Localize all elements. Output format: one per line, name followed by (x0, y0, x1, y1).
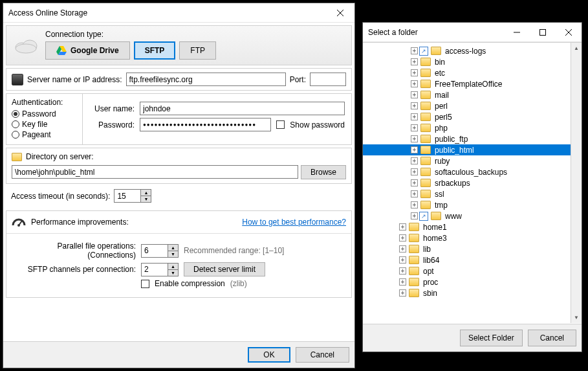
expand-icon[interactable]: + (411, 113, 418, 120)
performance-section: Performance improvements: How to get bes… (6, 210, 352, 298)
expand-icon[interactable]: + (411, 190, 418, 197)
scroll-down-icon[interactable]: ▼ (571, 312, 582, 323)
expand-icon[interactable]: + (411, 69, 418, 76)
tree-item[interactable]: +sbin (363, 287, 582, 298)
expand-icon[interactable]: + (399, 256, 406, 264)
folder-icon (420, 201, 431, 209)
timeout-stepper[interactable]: ▲▼ (114, 189, 151, 203)
close-button[interactable] (325, 3, 354, 22)
tree-item[interactable]: +perl (363, 100, 582, 111)
tree-item-label: sbin (423, 289, 437, 298)
spin-down-icon[interactable]: ▼ (141, 196, 151, 202)
auth-password-radio[interactable]: Password (12, 109, 76, 118)
expand-icon[interactable]: + (411, 201, 418, 208)
folder-tree[interactable]: +↗access-logs+bin+etc+FreeTemplateOffice… (363, 43, 582, 301)
tree-item-label: srbackups (435, 179, 470, 188)
tree-item[interactable]: +etc (363, 67, 582, 78)
maximize-button[interactable] (530, 23, 556, 41)
folder-icon (420, 190, 431, 198)
tree-item[interactable]: +home3 (363, 232, 582, 243)
parallel-stepper[interactable]: ▲▼ (141, 244, 179, 258)
folder-icon (420, 157, 431, 165)
auth-keyfile-radio[interactable]: Key file (12, 120, 76, 129)
username-input[interactable] (140, 102, 345, 115)
auth-pageant-radio[interactable]: Pageant (12, 130, 76, 139)
tree-item-label: lib (423, 245, 431, 254)
expand-icon[interactable]: + (411, 91, 418, 98)
tree-item[interactable]: +public_html (363, 144, 582, 155)
ftp-button[interactable]: FTP (179, 41, 216, 60)
expand-icon[interactable]: + (399, 234, 406, 242)
expand-icon[interactable]: + (399, 245, 406, 253)
tree-item[interactable]: +↗access-logs (363, 45, 582, 56)
tree-item[interactable]: +proc (363, 276, 582, 287)
tree-item-label: public_ftp (435, 135, 468, 144)
show-password-checkbox[interactable] (276, 120, 285, 129)
ok-button[interactable]: OK (248, 347, 290, 363)
folder-icon (420, 102, 431, 110)
expand-icon[interactable]: + (411, 47, 418, 54)
port-input[interactable] (310, 73, 346, 86)
expand-icon[interactable]: + (411, 80, 418, 87)
expand-icon[interactable]: + (399, 289, 406, 297)
folder-icon (420, 91, 431, 99)
server-input[interactable] (126, 73, 286, 86)
tree-item[interactable]: +opt (363, 265, 582, 276)
expand-icon[interactable]: + (399, 267, 406, 275)
titlebar: Select a folder (363, 23, 582, 42)
tree-item[interactable]: +php (363, 122, 582, 133)
browse-button[interactable]: Browse (301, 165, 346, 179)
tree-item[interactable]: +perl5 (363, 111, 582, 122)
cancel-button[interactable]: Cancel (528, 330, 576, 346)
folder-icon (420, 146, 431, 154)
tree-item[interactable]: +softaculous_backups (363, 166, 582, 177)
tree-item[interactable]: +bin (363, 56, 582, 67)
google-drive-button[interactable]: Google Drive (45, 41, 130, 60)
tree-item[interactable]: +mail (363, 89, 582, 100)
scroll-up-icon[interactable]: ▲ (571, 43, 582, 54)
show-password-label: Show password (290, 120, 345, 129)
folder-icon (12, 153, 22, 161)
detect-limit-button[interactable]: Detect server limit (184, 262, 265, 276)
tree-item[interactable]: +lib64 (363, 254, 582, 265)
authentication-section: Authentication: Password Key file Pagean… (6, 93, 352, 145)
scrollbar[interactable]: ▲ ▼ (571, 43, 582, 323)
folder-icon (409, 245, 419, 253)
tree-item[interactable]: +ssl (363, 188, 582, 199)
tree-item[interactable]: +public_ftp (363, 133, 582, 144)
expand-icon[interactable]: + (411, 124, 418, 131)
select-folder-button[interactable]: Select Folder (460, 330, 523, 346)
expand-icon[interactable]: + (411, 135, 418, 142)
tree-item[interactable]: +↗www (363, 210, 582, 221)
tree-item-label: access-logs (445, 47, 486, 56)
expand-icon[interactable]: + (411, 58, 418, 65)
minimize-button[interactable] (504, 23, 530, 41)
expand-icon[interactable]: + (411, 157, 418, 164)
expand-icon[interactable]: + (411, 179, 418, 186)
compression-checkbox[interactable] (141, 280, 149, 288)
tree-item[interactable]: +tmp (363, 199, 582, 210)
password-input[interactable] (140, 118, 271, 131)
tree-item[interactable]: +ruby (363, 155, 582, 166)
directory-input[interactable] (12, 165, 298, 179)
tree-item[interactable]: +lib (363, 243, 582, 254)
tree-item[interactable]: +home1 (363, 221, 582, 232)
close-button[interactable] (556, 23, 582, 41)
expand-icon[interactable]: + (411, 146, 418, 153)
channels-label: SFTP channels per connection: (13, 265, 136, 274)
expand-icon[interactable]: + (411, 212, 418, 219)
tree-item[interactable]: +srbackups (363, 177, 582, 188)
expand-icon[interactable]: + (411, 168, 418, 175)
cancel-button[interactable]: Cancel (296, 347, 349, 363)
tree-item-label: lib64 (423, 256, 439, 265)
access-online-storage-dialog: Access Online Storage Connection type: G… (3, 3, 355, 368)
tree-item[interactable]: +FreeTemplateOffice (363, 78, 582, 89)
spin-up-icon[interactable]: ▲ (141, 190, 151, 196)
channels-stepper[interactable]: ▲▼ (141, 263, 179, 276)
google-drive-icon (56, 46, 67, 55)
expand-icon[interactable]: + (399, 278, 406, 286)
expand-icon[interactable]: + (399, 223, 406, 230)
expand-icon[interactable]: + (411, 102, 418, 109)
performance-help-link[interactable]: How to get best performance? (242, 218, 346, 227)
sftp-button[interactable]: SFTP (134, 41, 176, 60)
